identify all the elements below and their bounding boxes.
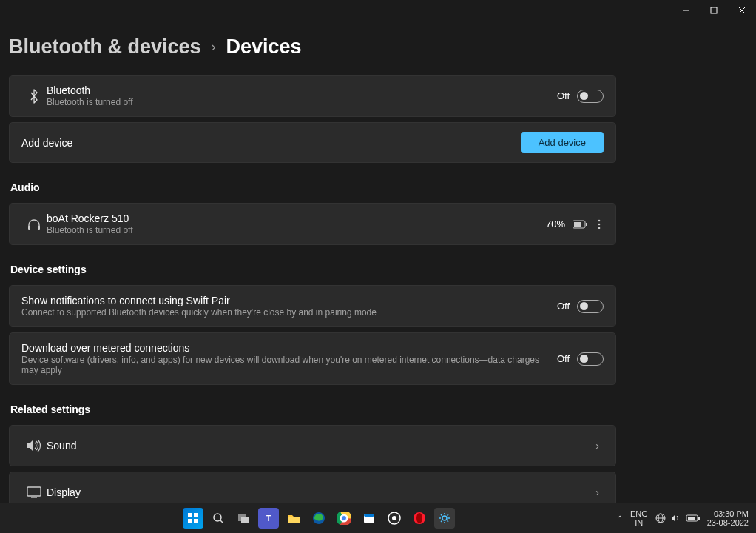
svg-line-45 <box>448 514 449 516</box>
bluetooth-toggle[interactable] <box>577 90 604 103</box>
chevron-right-icon: › <box>212 39 216 55</box>
chevron-right-icon: › <box>591 486 604 498</box>
swift-pair-toggle[interactable] <box>577 300 604 313</box>
svg-point-37 <box>442 516 447 520</box>
sound-card[interactable]: Sound › <box>9 425 616 466</box>
calendar-app-icon[interactable] <box>359 508 379 529</box>
clock[interactable]: 03:30 PM 23-08-2022 <box>707 509 749 527</box>
explorer-icon[interactable] <box>283 508 304 529</box>
svg-point-34 <box>392 516 396 520</box>
bluetooth-card: Bluetooth Bluetooth is turned off Off <box>9 75 616 117</box>
sound-label: Sound <box>47 440 76 452</box>
svg-line-19 <box>220 520 223 523</box>
swift-pair-card: Show notifications to connect using Swif… <box>9 285 616 327</box>
svg-point-36 <box>416 513 422 523</box>
search-icon[interactable] <box>208 508 229 529</box>
battery-icon <box>573 220 587 229</box>
sound-icon <box>21 439 47 452</box>
app-icon-1[interactable] <box>384 508 405 529</box>
bluetooth-toggle-label: Off <box>557 90 570 101</box>
swift-pair-toggle-label: Off <box>557 301 570 312</box>
window-controls <box>672 0 756 21</box>
svg-rect-4 <box>28 226 30 230</box>
minimize-button[interactable] <box>672 0 700 21</box>
chevron-right-icon: › <box>591 440 604 452</box>
network-icon[interactable] <box>655 513 666 523</box>
taskbar: T ⌃ ENG IN <box>0 503 756 533</box>
metered-title: Download over metered connections <box>21 342 557 354</box>
tray-chevron-icon[interactable]: ⌃ <box>617 514 623 523</box>
svg-rect-12 <box>27 487 41 496</box>
edge-icon[interactable] <box>308 508 329 529</box>
headphones-icon <box>21 217 47 232</box>
svg-point-10 <box>598 223 601 225</box>
bluetooth-title: Bluetooth <box>47 84 557 96</box>
opera-icon[interactable] <box>409 508 430 529</box>
svg-point-18 <box>214 514 221 521</box>
breadcrumb: Bluetooth & devices › Devices <box>0 0 756 75</box>
metered-toggle[interactable] <box>577 352 604 366</box>
metered-toggle-label: Off <box>557 353 570 364</box>
add-device-card: Add device Add device <box>9 122 616 163</box>
battery-percent: 70% <box>546 218 565 229</box>
add-device-button[interactable]: Add device <box>521 132 604 153</box>
language-indicator[interactable]: ENG IN <box>630 509 648 527</box>
svg-text:T: T <box>266 514 271 523</box>
more-options-icon[interactable] <box>595 216 604 232</box>
svg-rect-5 <box>38 226 40 230</box>
add-device-label: Add device <box>21 137 72 149</box>
bluetooth-subtitle: Bluetooth is turned off <box>47 97 557 107</box>
task-view-icon[interactable] <box>233 508 254 529</box>
svg-rect-7 <box>574 222 581 227</box>
svg-line-43 <box>448 521 449 523</box>
metered-sub: Device software (drivers, info, and apps… <box>21 355 557 375</box>
section-related: Related settings <box>10 403 616 415</box>
teams-icon[interactable]: T <box>258 508 279 529</box>
bluetooth-icon <box>21 88 47 104</box>
swift-pair-title: Show notifications to connect using Swif… <box>21 295 557 306</box>
svg-rect-32 <box>364 514 374 517</box>
swift-pair-sub: Connect to supported Bluetooth devices q… <box>21 307 557 318</box>
svg-rect-16 <box>188 519 192 523</box>
settings-icon[interactable] <box>434 508 455 529</box>
svg-line-42 <box>441 514 442 516</box>
section-audio: Audio <box>10 181 616 193</box>
metered-card: Download over metered connections Device… <box>9 332 616 385</box>
display-icon <box>21 486 47 498</box>
svg-line-44 <box>441 521 442 523</box>
svg-rect-23 <box>288 517 300 523</box>
section-device-settings: Device settings <box>10 264 616 275</box>
svg-rect-51 <box>698 517 700 520</box>
close-button[interactable] <box>728 0 756 21</box>
svg-rect-1 <box>711 7 717 13</box>
svg-rect-17 <box>194 519 198 523</box>
audio-device-sub: Bluetooth is turned off <box>47 225 546 235</box>
maximize-button[interactable] <box>700 0 728 21</box>
breadcrumb-parent[interactable]: Bluetooth & devices <box>9 36 201 58</box>
svg-rect-14 <box>188 513 192 517</box>
svg-rect-50 <box>688 517 695 520</box>
volume-icon[interactable] <box>671 514 681 523</box>
svg-rect-8 <box>586 223 587 226</box>
svg-point-9 <box>598 219 601 221</box>
svg-rect-21 <box>241 517 249 523</box>
breadcrumb-current: Devices <box>226 36 302 58</box>
display-label: Display <box>47 486 81 498</box>
audio-device-card[interactable]: boAt Rockerz 510 Bluetooth is turned off… <box>9 203 616 245</box>
svg-rect-15 <box>194 513 198 517</box>
start-button[interactable] <box>183 508 203 529</box>
chrome-icon[interactable] <box>334 508 354 529</box>
tray-battery-icon[interactable] <box>686 514 700 522</box>
audio-device-name: boAt Rockerz 510 <box>47 212 546 224</box>
svg-point-11 <box>598 227 601 229</box>
